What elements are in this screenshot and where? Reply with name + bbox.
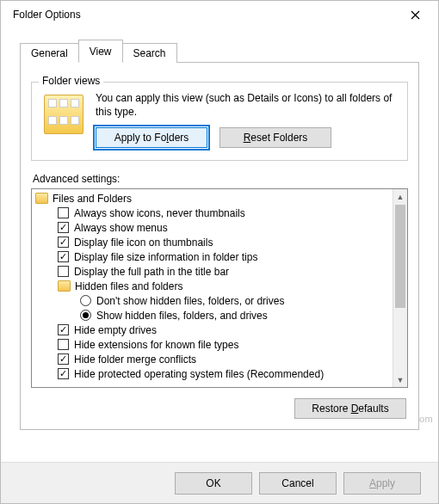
checkbox-icon[interactable] (58, 368, 69, 379)
window-title: Folder Options (13, 9, 399, 21)
checkbox-icon[interactable] (58, 353, 69, 365)
scroll-thumb[interactable] (395, 205, 405, 308)
checkbox-icon[interactable] (58, 266, 69, 277)
checkbox-icon[interactable] (58, 237, 69, 248)
list-item[interactable]: Hide folder merge conflicts (34, 352, 391, 366)
list-item[interactable]: Display file size information in folder … (34, 249, 391, 264)
tab-search[interactable]: Search (122, 43, 177, 63)
close-button[interactable] (399, 3, 431, 26)
list-item[interactable]: Hide empty drives (34, 323, 391, 337)
checkbox-icon[interactable] (58, 339, 69, 350)
list-item[interactable]: Hide extensions for known file types (34, 337, 391, 352)
tree-folder-root[interactable]: Files and Folders (34, 191, 391, 206)
checkbox-icon[interactable] (58, 324, 69, 335)
reset-folders-button[interactable]: Reset Folders (220, 127, 331, 148)
checkbox-icon[interactable] (58, 222, 69, 233)
radio-dont-show-hidden[interactable]: Don't show hidden files, folders, or dri… (34, 293, 391, 308)
list-item[interactable]: Display file icon on thumbnails (34, 235, 391, 249)
tree-folder-hidden[interactable]: Hidden files and folders (34, 279, 391, 293)
scrollbar[interactable]: ▲ ▼ (393, 189, 407, 387)
apply-to-folders-button[interactable]: Apply to Folders (96, 127, 207, 148)
close-icon (411, 10, 420, 20)
folder-views-text: You can apply this view (such as Details… (96, 91, 397, 119)
list-item[interactable]: Always show menus (34, 220, 391, 235)
scroll-up-icon[interactable]: ▲ (393, 189, 407, 204)
checkbox-icon[interactable] (58, 207, 69, 218)
radio-icon[interactable] (80, 295, 91, 306)
folder-views-legend: Folder views (39, 75, 103, 87)
advanced-settings-list[interactable]: Files and Folders Always show icons, nev… (31, 188, 408, 388)
list-item[interactable]: Display the full path in the title bar (34, 264, 391, 279)
scroll-down-icon[interactable]: ▼ (393, 372, 407, 387)
radio-icon[interactable] (80, 310, 91, 321)
cancel-button[interactable]: Cancel (259, 472, 337, 495)
folder-icon (58, 280, 71, 292)
tab-general[interactable]: General (20, 43, 79, 63)
list-item[interactable]: Hide protected operating system files (R… (34, 366, 391, 381)
checkbox-icon[interactable] (58, 251, 69, 262)
list-item[interactable]: Always show icons, never thumbnails (34, 206, 391, 220)
restore-defaults-button[interactable]: Restore Defaults (294, 398, 406, 419)
folder-views-group: Folder views You can apply this view (su… (31, 82, 408, 161)
ok-button[interactable]: OK (175, 472, 252, 495)
radio-show-hidden[interactable]: Show hidden files, folders, and drives (34, 308, 391, 323)
advanced-settings-label: Advanced settings: (33, 173, 408, 185)
apply-button[interactable]: Apply (343, 472, 421, 495)
tab-view[interactable]: View (78, 40, 123, 63)
folder-views-icon (44, 95, 83, 134)
folder-icon (35, 193, 48, 204)
